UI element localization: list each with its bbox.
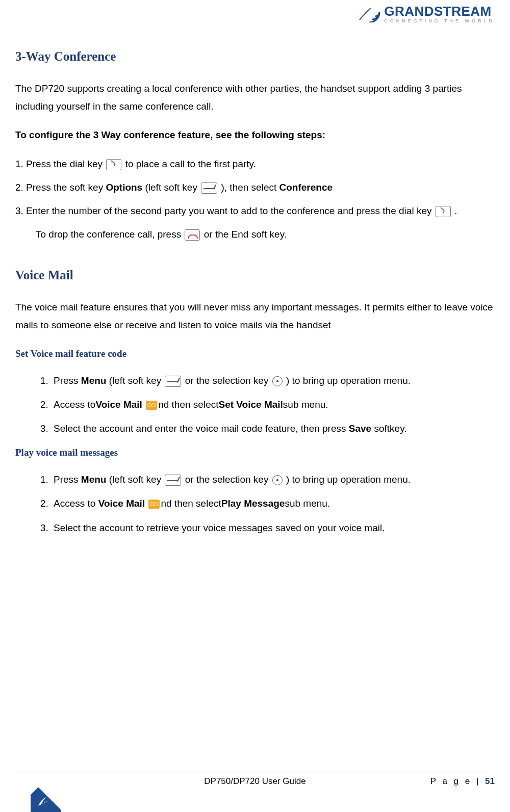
footer-page: P a g e | 51 [393,776,495,787]
play-vm-list: Press Menu (left soft key or the selecti… [51,470,495,536]
logo-tagline: CONNECTING THE WORLD [384,18,495,23]
set-vm-list: Press Menu (left soft key or the selecti… [51,372,495,437]
subheading-play-vm: Play voice mail messages [15,443,495,461]
text: ), then select [221,182,279,193]
selection-key-icon [272,475,283,485]
text: to place a call to the first party. [125,159,256,169]
subheading-set-vm-code: Set Voice mail feature code [15,345,495,362]
page-label: P a g e | [430,776,485,786]
text-bold: Voice Mail [95,399,142,410]
text: or the selection key [185,474,269,485]
text: ) to bring up operation menu. [286,375,411,386]
list-item: Access toVoice Mail nd then selectSet Vo… [51,396,495,413]
logo-mark-icon [355,2,380,24]
list-item: Select the account to retrieve your voic… [51,519,495,537]
step-1: 1. Press the dial key to place a call to… [15,155,495,173]
voicemail-icon [146,401,157,410]
list-item: Press Menu (left soft key or the selecti… [51,372,495,389]
softkey-icon [165,376,181,387]
text: To drop the conference call, press [36,229,184,240]
logo-brand: GRANDSTREAM [384,4,495,19]
text: Press [54,474,81,485]
text-bold: Conference [279,182,333,193]
text: 1. Press the dial key [15,159,105,169]
text: Press [54,375,81,386]
text: 3. Enter the number of the second party … [15,205,431,216]
text-bold: Voice Mail [98,498,145,509]
text: (left soft key [145,182,200,193]
selection-key-icon [272,376,283,386]
text: (left soft key [109,375,164,386]
text: Access to [54,498,98,509]
heading-3-way-conference: 3-Way Conference [15,45,495,68]
step-2: 2. Press the soft key Options (left soft… [15,178,495,197]
paragraph: The DP720 supports creating a local conf… [15,80,495,115]
header-logo: GRANDSTREAM CONNECTING THE WORLD [355,2,495,24]
list-item: Press Menu (left soft key or the selecti… [51,470,495,488]
hangup-key-icon [185,229,200,241]
text: nd then select [158,399,218,410]
paragraph: The voice mail feature ensures that you … [15,298,495,334]
list-item: Select the account and enter the voice m… [51,420,495,437]
text: (left soft key [109,474,164,485]
text-bold: Play Message [221,498,285,509]
config-heading: To configure the 3 Way conference featur… [15,126,495,144]
text: ) to bring up operation menu. [286,474,411,485]
step-3: 3. Enter the number of the second party … [15,202,495,220]
text: softkey. [371,423,406,434]
footer-doc-title: DP750/DP720 User Guide [117,776,393,787]
text-bold: Options [106,182,142,193]
text: or the End soft key. [204,229,287,240]
document-body: 3-Way Conference The DP720 supports crea… [15,0,495,537]
text-bold: Set Voice Mail [218,399,283,410]
text: Access to [54,399,95,410]
text: nd then select [161,498,221,509]
text: sub menu. [283,399,328,410]
voicemail-icon [148,500,160,509]
softkey-icon [165,475,181,486]
corner-badge-icon [31,781,61,812]
list-item: Access to Voice Mail nd then selectPlay … [51,494,495,512]
page-footer: DP750/DP720 User Guide P a g e | 51 [15,772,495,787]
text: Select the account and enter the voice m… [54,423,349,434]
dial-key-icon [106,159,121,170]
dial-key-icon [436,206,451,217]
text: sub menu. [285,498,330,509]
text-bold: Save [349,423,371,434]
softkey-icon [201,182,217,194]
text: or the selection key [185,375,269,386]
text-bold: Menu [81,375,107,386]
heading-voice-mail: Voice Mail [15,264,495,287]
text-bold: Menu [81,474,107,485]
step-3-sub: To drop the conference call, press or th… [36,225,495,243]
page-number: 51 [485,776,495,786]
text: . [454,205,457,216]
text: 2. Press the soft key [15,182,106,193]
